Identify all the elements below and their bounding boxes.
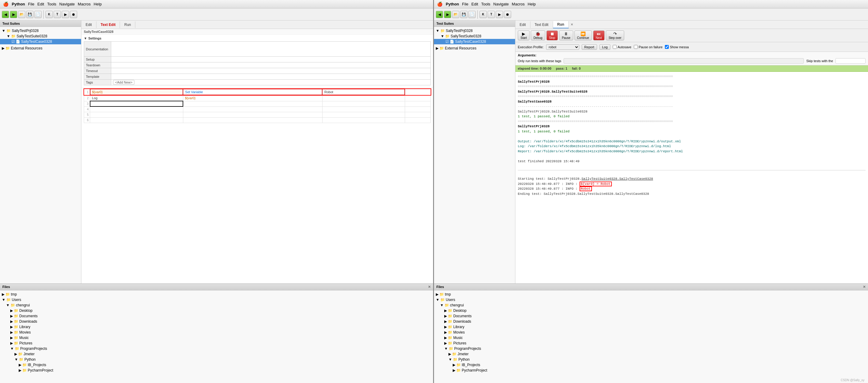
files-item-chengrui-left[interactable]: ▼📁chengrui (4, 302, 433, 308)
pause-on-failure-label[interactable]: Pause on failure (634, 45, 663, 49)
files-item-tmp-left[interactable]: ▶📁tmp (0, 292, 433, 297)
toolbar-new-btn-left[interactable]: 📄 (34, 11, 41, 18)
menu-help-left[interactable]: Help (94, 2, 102, 6)
run-btn-pause[interactable]: ⏸ Pause (559, 30, 573, 40)
files-item-python-right[interactable]: ▼📁Python (447, 357, 868, 362)
files-item-downloads-left[interactable]: ▶📁Downloads (8, 319, 433, 324)
toolbar-play-btn-left[interactable]: ▶ (62, 11, 69, 18)
toolbar-open-btn-right[interactable]: 📂 (452, 11, 459, 18)
files-item-documents-right[interactable]: ▶📁Documents (442, 313, 868, 319)
files-item-music-right[interactable]: ▶📁Music (442, 335, 868, 341)
toolbar-t-btn-left[interactable]: T (54, 11, 61, 18)
menu-edit-right[interactable]: Edit (471, 2, 478, 6)
files-item-movies-right[interactable]: ▶📁Movies (442, 330, 868, 335)
autosave-label[interactable]: Autosave (613, 45, 631, 49)
tab-run-right[interactable]: Run (553, 21, 569, 28)
tab-run-left[interactable]: Run (120, 22, 135, 28)
report-btn[interactable]: Report (582, 44, 597, 50)
files-item-ibprojects-right[interactable]: ▶📁IB_Projects (451, 362, 868, 367)
files-item-pycharm-right[interactable]: ▶📁PycharmProject (451, 367, 868, 373)
toolbar-open-btn-left[interactable]: 📂 (18, 11, 25, 18)
show-message-label[interactable]: Show messa (665, 45, 689, 49)
log-btn[interactable]: Log (599, 44, 610, 50)
files-item-programprojects-right[interactable]: ▼📁ProgramProjects (442, 346, 868, 351)
menu-help-right[interactable]: Help (528, 2, 536, 6)
tree-item-external-right[interactable]: ▶ 📁 External Resources (434, 46, 515, 51)
toolbar-k-btn-right[interactable]: K (479, 11, 487, 18)
tree-item-case0328-left[interactable]: ☑ 📄 SallyTestCase0328 (0, 39, 81, 44)
autosave-checkbox[interactable] (613, 45, 617, 49)
files-item-pictures-left[interactable]: ▶📁Pictures (8, 341, 433, 346)
files-item-desktop-right[interactable]: ▶📁Desktop (442, 308, 868, 313)
run-btn-start[interactable]: ▶ Start (518, 30, 530, 40)
files-item-jmeter-right[interactable]: ▶📁Jmeter (447, 351, 868, 357)
files-item-jmeter-left[interactable]: ▶📁Jmeter (13, 351, 433, 357)
menu-file-right[interactable]: File (462, 2, 468, 6)
tree-item-suite0328-right[interactable]: ▼ 📁 SallyTestSuite0328 (434, 33, 515, 39)
tree-item-prj0328-right[interactable]: ▼ 📁 SallyTestPrj0328 (434, 28, 515, 33)
output-line (518, 164, 866, 169)
pause-on-failure-checkbox[interactable] (634, 45, 638, 49)
add-new-btn[interactable]: <Add New> (113, 80, 134, 85)
files-item-library-right[interactable]: ▶📁Library (442, 324, 868, 330)
files-close-left[interactable]: ✕ (428, 285, 431, 289)
files-item-desktop-left[interactable]: ▶📁Desktop (8, 308, 433, 313)
files-item-pictures-right[interactable]: ▶📁Pictures (442, 341, 868, 346)
tree-item-external-left[interactable]: ▶ 📁 External Resources (0, 46, 81, 51)
show-message-checkbox[interactable] (665, 45, 669, 49)
tree-item-prj0328-left[interactable]: ▼ 📁 SallyTestPrj0328 (0, 28, 81, 33)
skip-filter-input[interactable] (835, 58, 866, 64)
toolbar-save-btn-left[interactable]: 💾 (26, 11, 33, 18)
run-btn-stop[interactable]: ⏹ Stop (547, 30, 558, 40)
menu-macros-left[interactable]: Macros (78, 2, 91, 6)
menu-macros-right[interactable]: Macros (512, 2, 525, 6)
files-item-users-right[interactable]: ▼📁Users (434, 297, 868, 302)
toolbar-stop-btn-right[interactable]: ⏺ (504, 11, 511, 18)
toolbar-stop-btn-left[interactable]: ⏺ (70, 11, 77, 18)
files-item-music-left[interactable]: ▶📁Music (8, 335, 433, 341)
tags-filter-input[interactable] (564, 58, 804, 64)
files-item-ibprojects-left[interactable]: ▶📁IB_Projects (17, 362, 433, 367)
toolbar-forward-btn-left[interactable]: ▶ (10, 11, 17, 18)
tab-text-edit-right[interactable]: Text Edit (530, 22, 553, 28)
toolbar-back-btn-left[interactable]: ◀ (2, 11, 9, 18)
toolbar-k-btn-left[interactable]: K (45, 11, 53, 18)
menu-tools-right[interactable]: Tools (481, 2, 490, 6)
menu-navigate-left[interactable]: Navigate (59, 2, 75, 6)
menu-file-left[interactable]: File (28, 2, 34, 6)
exec-profile-select[interactable]: robot (546, 44, 579, 50)
menu-edit-left[interactable]: Edit (37, 2, 44, 6)
files-item-documents-left[interactable]: ▶📁Documents (8, 313, 433, 319)
setting-row-tags: Tags <Add New> (84, 80, 431, 85)
tab-edit-right[interactable]: Edit (516, 22, 530, 28)
files-item-users-left[interactable]: ▼📁Users (0, 297, 433, 302)
toolbar-forward-btn-right[interactable]: ▶ (444, 11, 451, 18)
tree-item-case0328-right[interactable]: ☑ 📄 SallyTestCase0328 (434, 39, 515, 44)
run-btn-next[interactable]: ⏭ Next (593, 30, 605, 40)
run-btn-stepover[interactable]: ↷ Step over (606, 30, 624, 40)
menu-navigate-right[interactable]: Navigate (493, 2, 509, 6)
toolbar-new-btn-right[interactable]: 📄 (468, 11, 475, 18)
tab-edit-left[interactable]: Edit (82, 22, 96, 28)
files-item-chengrui-right[interactable]: ▼📁chengrui (438, 302, 868, 308)
setting-row-timeout: Timeout (84, 68, 431, 74)
menu-tools-left[interactable]: Tools (47, 2, 56, 6)
tree-item-suite0328-left[interactable]: ▼ 📁 SallyTestSuite0328 (0, 33, 81, 39)
run-btn-continue[interactable]: ⏩ Continue (575, 30, 592, 40)
files-item-pycharm-left[interactable]: ▶📁PycharmProject (17, 367, 433, 373)
files-item-library-left[interactable]: ▶📁Library (8, 324, 433, 330)
files-item-downloads-right[interactable]: ▶📁Downloads (442, 319, 868, 324)
tab-text-edit-left[interactable]: Text Edit (96, 22, 120, 28)
files-item-programprojects-left[interactable]: ▼📁ProgramProjects (8, 346, 433, 351)
tab-close-right[interactable]: ✕ (569, 22, 575, 28)
run-btn-debug[interactable]: 🐞 Debug (531, 30, 545, 40)
output-line (518, 154, 866, 159)
toolbar-play-btn-right[interactable]: ▶ (496, 11, 503, 18)
files-close-right[interactable]: ✕ (863, 285, 866, 289)
toolbar-t-btn-right[interactable]: T (488, 11, 495, 18)
toolbar-save-btn-right[interactable]: 💾 (460, 11, 467, 18)
toolbar-back-btn-right[interactable]: ◀ (436, 11, 443, 18)
files-item-movies-left[interactable]: ▶📁Movies (8, 330, 433, 335)
files-item-tmp-right[interactable]: ▶📁tmp (434, 292, 868, 297)
files-item-python-left[interactable]: ▼📁Python (13, 357, 433, 362)
